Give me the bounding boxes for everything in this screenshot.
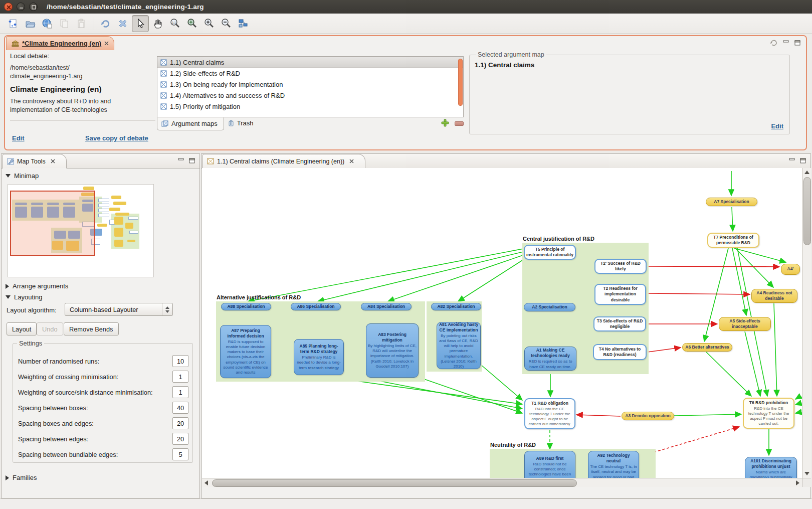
setting-input[interactable]: [172, 355, 188, 367]
map-node-a4p[interactable]: A4': [781, 264, 800, 275]
section-arrange-arguments[interactable]: Arrange arguments: [6, 282, 68, 290]
map-node-a84[interactable]: A84 Specialisation: [361, 303, 412, 310]
map-node-t3[interactable]: T3 Side-effects of R&D negligible: [593, 316, 646, 331]
copy-icon[interactable]: [56, 16, 72, 32]
scroll-down-icon[interactable]: [804, 472, 809, 475]
refresh-icon[interactable]: [98, 16, 114, 32]
scroll-right-icon[interactable]: [796, 480, 799, 485]
map-node-t1[interactable]: T1 R&D obligationR&D into the CE technol…: [524, 398, 575, 429]
edit-debate-link[interactable]: Edit: [12, 134, 25, 142]
minimap-viewport[interactable]: [10, 191, 95, 256]
scroll-up-icon[interactable]: [804, 171, 809, 174]
setting-input[interactable]: [172, 371, 188, 383]
scroll-left-icon[interactable]: [205, 480, 208, 485]
section-layouting[interactable]: Layouting: [6, 293, 42, 301]
remove-bends-button[interactable]: Remove Bends: [64, 322, 119, 335]
close-icon[interactable]: [4, 3, 13, 11]
close-icon[interactable]: [104, 41, 109, 46]
map-list-item[interactable]: 1.2) Side-effects of R&D: [157, 68, 463, 79]
map-icon: [207, 158, 214, 164]
horizontal-scroll-thumb[interactable]: [212, 479, 577, 487]
vertical-scrollbar[interactable]: [802, 168, 811, 478]
setting-input[interactable]: [172, 417, 188, 429]
map-node-a101[interactable]: A101 Discriminating prohibitions unjustN…: [745, 457, 797, 478]
minimize-view-icon[interactable]: [789, 158, 795, 163]
minimize-view-icon[interactable]: [178, 158, 184, 163]
edit-map-link[interactable]: Edit: [771, 122, 783, 130]
map-node-a7[interactable]: A7 Specialisation: [706, 198, 757, 206]
undo-button[interactable]: Undo: [37, 322, 63, 335]
map-node-a85[interactable]: A85 Planning long-term R&D strategyPreli…: [294, 339, 344, 375]
argument-map-canvas[interactable]: Central justification of R&DAlternative …: [202, 168, 802, 478]
map-node-t2[interactable]: T2 Readiness for implementation desirabl…: [594, 284, 646, 305]
map-node-a92[interactable]: A92 Technology neutralThe CE technology …: [588, 451, 639, 478]
map-list-item[interactable]: 1.5) Priority of mitigation: [157, 101, 463, 112]
map-node-a81[interactable]: A81 Avoiding hasty CE implementationBy p…: [437, 322, 481, 369]
save-copy-link[interactable]: Save copy of debate: [85, 134, 148, 142]
zoom-original-icon[interactable]: 1:1: [167, 16, 183, 32]
map-node-a89[interactable]: A89 R&D firstR&D should not be constrain…: [524, 451, 575, 478]
map-node-a3[interactable]: A3 Deontic opposition: [622, 412, 674, 420]
map-node-a5[interactable]: A5 Side-effects inacceptable: [719, 317, 771, 331]
maximize-icon[interactable]: [29, 3, 38, 11]
window-title: /home/sebastian/test/climate_engineering…: [47, 3, 204, 11]
remove-map-button[interactable]: [455, 121, 464, 126]
setting-input[interactable]: [172, 433, 188, 445]
map-node-t4[interactable]: T4 No alternatives to R&D (readiness): [593, 344, 647, 360]
section-families[interactable]: Families: [6, 474, 37, 481]
maximize-view-icon[interactable]: [794, 40, 801, 46]
tab-trash[interactable]: Trash: [224, 117, 260, 129]
map-node-t5[interactable]: T5 Principle of instrumental rationality: [524, 245, 576, 260]
select-cursor-icon[interactable]: [132, 15, 149, 32]
section-minimap[interactable]: Minimap: [6, 172, 39, 180]
tab-central-claims-map[interactable]: 1.1) Central claims (Climate Engineering…: [202, 154, 365, 168]
setting-input[interactable]: [172, 386, 188, 398]
map-node-a1[interactable]: A1 Making CE technologies readyR&D is re…: [524, 347, 576, 371]
tab-climate-engineering[interactable]: *Climate Engineering (en): [6, 36, 114, 50]
map-node-t7[interactable]: T7 Preconditions of permissible R&D: [707, 233, 759, 248]
zoom-in-icon[interactable]: [201, 16, 217, 32]
map-node-a87[interactable]: A87 Preparing informed decisionR&D is su…: [220, 325, 271, 378]
pan-hand-icon[interactable]: [150, 16, 166, 32]
map-node-a88[interactable]: A88 Specialisation: [221, 303, 271, 310]
map-list-item[interactable]: 1.3) On being ready for implementation: [157, 79, 463, 90]
open-file-icon[interactable]: [22, 16, 38, 32]
close-icon[interactable]: [349, 159, 354, 163]
map-node-a2[interactable]: A2 Specialisation: [524, 303, 575, 311]
paste-icon[interactable]: [73, 16, 89, 32]
minimize-view-icon[interactable]: [783, 40, 789, 46]
list-scrollbar[interactable]: [458, 59, 463, 106]
web-debate-icon[interactable]: [39, 16, 55, 32]
delete-icon[interactable]: [115, 16, 131, 32]
layout-icon[interactable]: [235, 16, 251, 32]
map-list-item[interactable]: 1.1) Central claims: [157, 57, 463, 68]
minimap[interactable]: [8, 184, 154, 277]
close-icon[interactable]: [51, 159, 55, 163]
map-node-t6[interactable]: T6 R&D prohibitionR&D into the CE techno…: [743, 398, 794, 429]
local-debate-label: Local debate:: [10, 52, 155, 60]
tab-map-tools[interactable]: Map Tools: [3, 154, 67, 168]
map-node-a4[interactable]: A4 Readiness not desirable: [751, 289, 797, 303]
minimize-icon[interactable]: [17, 3, 25, 11]
maximize-view-icon[interactable]: [800, 158, 806, 163]
horizontal-scrollbar[interactable]: [202, 478, 802, 487]
map-node-a82[interactable]: A82 Specialisation: [431, 303, 481, 310]
sync-icon[interactable]: [770, 39, 778, 46]
zoom-out-icon[interactable]: [218, 16, 234, 32]
vertical-scroll-thumb[interactable]: [803, 177, 811, 245]
layout-algorithm-select[interactable]: Column-based Layouter: [65, 303, 173, 316]
map-node-a6[interactable]: A6 Better alternatives: [682, 343, 732, 352]
map-list-item[interactable]: 1.4) Alternatives to and success of R&D: [157, 90, 463, 101]
map-node-a86[interactable]: A86 Specialisation: [291, 303, 341, 310]
setting-input[interactable]: [172, 402, 188, 414]
tab-argument-maps[interactable]: Argument maps: [157, 117, 224, 130]
map-node-t2p[interactable]: T2' Success of R&D likely: [594, 259, 647, 274]
layout-button[interactable]: Layout: [7, 322, 37, 335]
map-node-a83[interactable]: A83 Fostering mitigationBy highlighting …: [366, 323, 419, 378]
map-icon: [160, 81, 167, 88]
new-wizard-icon[interactable]: [5, 16, 21, 32]
add-map-button[interactable]: [441, 118, 450, 127]
zoom-fit-icon[interactable]: [184, 16, 200, 32]
setting-input[interactable]: [172, 448, 188, 460]
maximize-view-icon[interactable]: [189, 158, 195, 163]
